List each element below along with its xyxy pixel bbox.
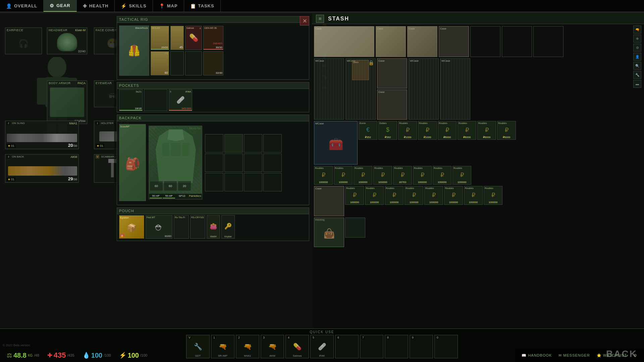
stash-mid-case-1[interactable]: Case [377,58,407,88]
stash-med-case-1[interactable]: Case [376,26,406,57]
stash-sm-case-1[interactable]: Case [407,26,437,57]
body-armor-slot[interactable]: BODY ARMOR PACA 574/594 [47,80,87,124]
messenger-btn[interactable]: ✉ MESSENGER [558,353,590,358]
rig-ammo-slot-2[interactable]: PS 60 [151,51,169,75]
quick-slot-4[interactable]: 4 💊 Salewa [285,335,309,358]
quick-slot-6[interactable]: 6 [335,335,359,358]
rig-med-slot[interactable]: Salewa 4 💊 [185,26,202,50]
pocket-slot-2[interactable] [144,89,167,111]
stash-roubles-10[interactable]: Roubles ₽ 100000 [373,166,392,185]
pocket-slot-1[interactable]: 9x21 18/18 [119,89,143,111]
quick-slot-3[interactable]: 3 🔫 AKM [261,335,284,358]
quick-slot-5[interactable]: 5 🩹 IFAK [310,335,334,358]
bp-item-6[interactable] [224,154,243,172]
bp-item-7[interactable] [244,154,262,172]
stash-dollars[interactable]: Dollars $ ₽392 [378,121,397,140]
bp-item-2[interactable] [224,134,243,153]
backpack-bag-slot[interactable]: ScavBP 🎒 [119,124,146,201]
stash-roubles-6[interactable]: Roubles ₽ ₽6000 [497,121,516,140]
bp-item-11[interactable] [244,173,262,191]
rig-empty-slot-2[interactable] [185,51,202,75]
rig-grenade-slot[interactable]: GEN-M3 3ß 188/400 30/30 [203,26,223,50]
pouch-helmet-slot[interactable]: Fast MT 80/80 ⛑ [146,215,172,239]
bp-item-3[interactable] [244,134,262,153]
tab-skills[interactable]: ⚡ SKILLS [115,0,153,12]
bp-item-4[interactable] [263,134,282,153]
stash-roubles-2[interactable]: Roubles ₽ ₽1000 [418,121,437,140]
rig-mag-slot[interactable]: 45 [170,26,184,50]
stash-roubles-4[interactable]: Roubles ₽ ₽6000 [458,121,476,140]
quick-slot-7[interactable]: 7 [360,335,383,358]
quick-slot-9[interactable]: 9 [410,335,433,358]
quick-slot-0[interactable]: 0 [434,335,458,358]
pouch-epsilon-slot[interactable]: Epsilon 🔒 📦 [119,215,144,239]
bp-item-5[interactable] [205,154,223,172]
stash-waistbag-item-1[interactable] [345,218,365,238]
earpiece-slot[interactable]: EARPIECE 🎧 [5,27,42,54]
stash-roubles-1[interactable]: Roubles ₽ ₽1000 [398,121,417,140]
quick-slot-v[interactable]: V 🔧 GDT [186,335,210,358]
tab-overall[interactable]: 👤 OVERALL [0,0,44,12]
watchlist-btn[interactable]: ⭐ WATCHLIST [597,353,627,358]
rig-main-slot[interactable]: BlackRock 🦺 [119,25,149,76]
settings-btn[interactable]: ⚙ [634,353,637,358]
on-back-slot[interactable]: 3 ON BACK AKM ★ 01 29/30 [5,154,79,183]
stash-empty-1[interactable] [470,26,500,57]
pouch-wallet-slot[interactable]: Wallet 👛 [207,215,220,239]
pouch-keybar-slot[interactable]: Keybar 🔑 [221,215,235,239]
stash-grid-view-btn[interactable]: ⊞ [316,15,324,23]
rig-empty-slot[interactable] [170,51,184,75]
stash-roubles-8[interactable]: Roubles ₽ 100000 [334,166,353,185]
bp-item-1[interactable] [205,134,223,153]
stash-roubles-5[interactable]: Roubles ₽ ₽6000 [477,121,496,140]
stash-roubles-14[interactable]: Roubles ₽ 100000 [452,166,471,185]
stash-roubles-13[interactable]: Roubles ₽ 100000 [433,166,451,185]
stash-roubles-7[interactable]: Roubles ₽ 100000 [314,166,333,185]
stash-roubles-12[interactable]: Roubles ₽ 100000 [413,166,432,185]
quick-slot-2[interactable]: 2 🔫 M4A1 [236,335,259,358]
tab-tasks[interactable]: 📋 TASKS [184,0,221,12]
stash-mid-case-2[interactable]: Case [377,89,407,120]
stash-r-19[interactable]: Roubles₽100000 [424,186,443,205]
stash-r-17[interactable]: Roubles₽100000 [385,186,404,205]
stash-wcase-2[interactable]: WCase 🔒 Docs [345,58,376,120]
stash-empty-3[interactable] [533,26,564,57]
stash-r-21[interactable]: Roubles₽100000 [464,186,483,205]
on-sling-slot[interactable]: 2 ON SLING M4A1 ★ 01 20/30 [5,121,79,149]
bp-item-12[interactable] [263,173,282,191]
pocket-slot-3[interactable]: 5 IFAK 🩹 345/300 [169,89,192,111]
stash-r-22[interactable]: Roubles₽100000 [484,186,502,205]
stash-large-case[interactable]: Case [314,26,374,57]
stash-roubles-11[interactable]: Roubles ₽ 16763 [393,166,412,185]
pouch-item-slot-1[interactable]: Rs-Tito-Fr [174,215,189,239]
close-button[interactable]: ✕ [300,16,309,25]
pouch-item-slot-2[interactable]: RS-CRYSIS [190,215,205,239]
rig-ammo-slot-1[interactable]: SKS-A5 20/20 [151,26,169,50]
stash-wcase-1[interactable]: WCase [314,58,344,120]
stash-waistbag[interactable]: Waistbag 👜 [314,218,344,247]
stash-wcase-3[interactable]: WCase [409,58,439,120]
armor-preview[interactable]: 6B43 6A 0/70 55 HP [149,126,202,199]
headwear-slot[interactable]: HEADWEAR Kiver-M 32/40 [47,27,87,54]
bp-item-10[interactable] [224,173,243,191]
handbook-btn[interactable]: 📖 HANDBOOK [522,353,552,358]
stash-mcase[interactable]: MCase 🧰 [314,121,358,165]
stash-bottom-case[interactable]: Case [314,186,344,216]
tab-map[interactable]: 📍 MAP [153,0,184,12]
stash-empty-2[interactable] [502,26,532,57]
quick-slot-1[interactable]: 1 🔫 SR-IMP [211,335,234,358]
stash-r-20[interactable]: Roubles₽100000 [444,186,463,205]
stash-r-18[interactable]: Roubles₽100000 [405,186,423,205]
stash-sm-case-2[interactable]: Case [439,26,469,57]
stash-r-16[interactable]: Roubles₽100000 [365,186,384,205]
stash-roubles-9[interactable]: Roubles ₽ 100000 [354,166,372,185]
tab-gear[interactable]: ⚙ GEAR [44,0,77,12]
bp-item-9[interactable] [205,173,223,191]
rig-grenade-slot-2[interactable]: 32/30 [203,51,223,75]
bp-item-8[interactable] [263,154,282,172]
stash-r-15[interactable]: Roubles₽100000 [345,186,364,205]
stash-roubles-3[interactable]: Roubles ₽ ₽6000 [438,121,457,140]
tab-health[interactable]: ✚ HEALTH [77,0,115,12]
stash-euros[interactable]: Euros € ₽352 [359,121,377,140]
quick-slot-8[interactable]: 8 [385,335,408,358]
